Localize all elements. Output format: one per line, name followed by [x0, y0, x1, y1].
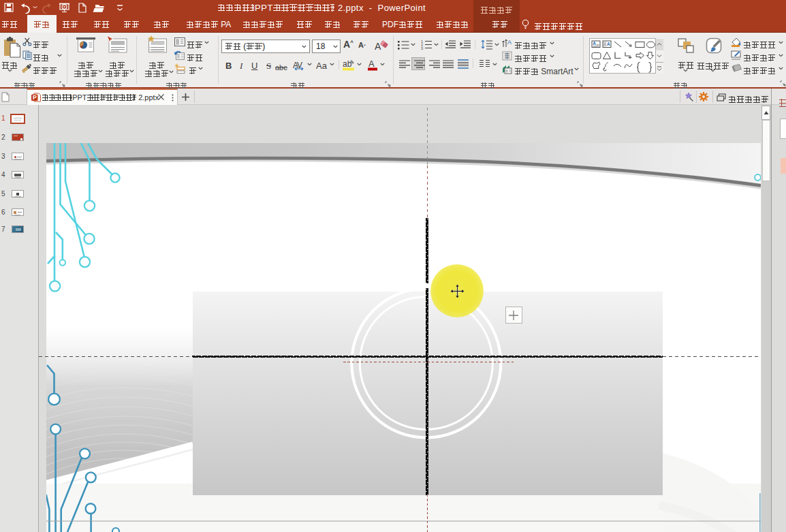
svg-text:A: A [375, 41, 381, 52]
svg-text:A: A [368, 59, 375, 69]
svg-text:A: A [593, 41, 596, 46]
svg-text:3: 3 [421, 46, 423, 50]
svg-text:P: P [33, 94, 37, 101]
svg-text:ab: ab [343, 59, 352, 69]
svg-text:A: A [507, 39, 512, 46]
svg-text:A: A [607, 42, 610, 46]
